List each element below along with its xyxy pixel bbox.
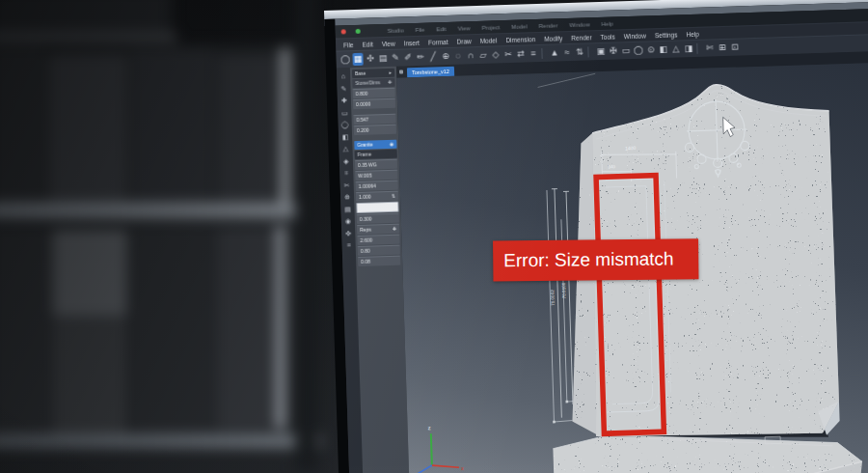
panel-row[interactable]: 0.35 WG	[355, 159, 397, 170]
error-banner[interactable]: Error: Size mismatch	[493, 238, 698, 281]
add-icon[interactable]: ✚	[341, 96, 347, 104]
menu-item[interactable]: Tools	[601, 33, 615, 40]
panel-row[interactable]: 2.600	[357, 235, 399, 245]
menu-item[interactable]: Edit	[362, 41, 372, 47]
stack-icon[interactable]: ≡	[346, 240, 350, 249]
home-icon[interactable]: ⌂	[341, 71, 346, 80]
gear-icon[interactable]: ✠	[608, 44, 618, 57]
menu-item[interactable]: Format	[428, 38, 448, 45]
titlebar-item[interactable]: Window	[569, 21, 590, 28]
terrain-icon[interactable]: ≈	[561, 46, 572, 59]
triangle-icon[interactable]: △	[343, 144, 349, 153]
trim-icon[interactable]: ✂	[344, 181, 350, 189]
eraser-icon[interactable]: ◨	[683, 42, 693, 55]
new-sheet-icon[interactable]: ▤	[377, 52, 388, 65]
menu-item[interactable]: Modify	[544, 35, 562, 42]
menu-item[interactable]: Render	[571, 34, 592, 42]
panel-row-label: 1.000	[359, 193, 371, 202]
panel-row[interactable]: 0.800	[353, 88, 395, 98]
menu-item[interactable]: Window	[624, 32, 646, 40]
circle-icon[interactable]: ◯	[341, 120, 349, 128]
menu-item[interactable]: File	[343, 42, 354, 48]
menu-item[interactable]: Model	[480, 37, 498, 44]
panel-row[interactable]: 1.00064	[356, 181, 398, 191]
target-icon[interactable]: ◉	[345, 216, 351, 225]
panel-row-aux-icon: ⇅	[392, 192, 395, 201]
panel-row[interactable]: Base ▸	[352, 69, 394, 78]
toolbar-icon[interactable]	[587, 46, 592, 57]
pyramid-icon[interactable]: △	[670, 42, 681, 55]
titlebar-item[interactable]: File	[416, 26, 425, 32]
cube-icon[interactable]: ◧	[658, 43, 668, 56]
panel-row[interactable]: 0.300	[357, 213, 399, 224]
panel-row[interactable]: Granite ◉	[354, 140, 396, 150]
axis-x-label: x	[461, 465, 464, 471]
titlebar-item[interactable]: View	[458, 25, 471, 31]
axis-icon[interactable]: ⊙	[645, 43, 656, 56]
panel-row[interactable]: 0.200	[354, 125, 396, 135]
pencil-icon[interactable]: ✎	[390, 52, 400, 65]
rectangle-icon[interactable]: ▭	[341, 108, 348, 117]
titlebar-item[interactable]: Help	[601, 20, 613, 26]
titlebar-item[interactable]: Studio	[388, 27, 404, 34]
panel-row-aux-icon: ▸	[389, 69, 392, 77]
polygon-tool-icon[interactable]: ◇	[490, 48, 501, 61]
sphere-icon[interactable]: ◯	[633, 44, 643, 57]
edit-icon[interactable]: ✎	[340, 84, 346, 93]
select-tool-icon[interactable]: ▦	[352, 53, 363, 66]
panel-row[interactable]: 0.80	[358, 245, 400, 256]
viewport-3d[interactable]: 70.0002 70.0100	[396, 61, 868, 473]
snap-point-icon[interactable]: ⊕	[344, 192, 350, 201]
menu-item[interactable]: Insert	[404, 39, 420, 46]
cut-icon[interactable]: ✄	[704, 42, 715, 54]
list-icon[interactable]: ▤	[344, 205, 351, 213]
tab-list-icon[interactable]	[399, 70, 403, 73]
panel-row-label: 0.35 WG	[358, 160, 377, 170]
close-window-icon[interactable]	[341, 29, 346, 34]
layers-icon[interactable]: ≡	[528, 47, 538, 60]
menu-item[interactable]: Settings	[655, 31, 678, 39]
magnifier-icon[interactable]: ⊡	[729, 41, 740, 53]
move-icon[interactable]: ✜	[345, 229, 351, 237]
panel-row[interactable]: Stone/Dims ✚	[352, 78, 394, 88]
titlebar-item[interactable]: Render	[538, 22, 557, 29]
titlebar-item[interactable]: Model	[511, 23, 528, 30]
menu-item[interactable]: Draw	[456, 38, 471, 44]
panel-row[interactable]: 0.08	[358, 256, 400, 266]
panel-row[interactable]: 1.000 ⇅	[356, 191, 398, 202]
toolbar-icon[interactable]	[541, 48, 546, 59]
pen-icon[interactable]: ✐	[402, 51, 413, 64]
walk-icon[interactable]: ▲	[549, 46, 559, 59]
settings-tool-icon[interactable]: ✣	[365, 52, 375, 65]
snap-icon[interactable]: ⊕	[440, 50, 450, 63]
brush-icon[interactable]: ✏	[415, 51, 425, 64]
panel-row[interactable]: Reps ✚	[357, 224, 399, 235]
menu-item[interactable]: Help	[686, 30, 699, 37]
panel-row[interactable]: W.005	[355, 170, 397, 181]
panel-row[interactable]	[356, 202, 398, 213]
half-block-icon[interactable]: ◧	[342, 132, 349, 141]
mirror-icon[interactable]: ⇄	[515, 47, 526, 60]
panel-row[interactable]: 0.547	[353, 114, 395, 125]
table-icon[interactable]: ⊞	[717, 42, 727, 54]
grid-icon[interactable]: ⌗	[344, 168, 348, 177]
panel-row-label: Frame	[358, 151, 372, 159]
menu-item[interactable]: Dimension	[505, 36, 535, 43]
menu-item[interactable]: View	[382, 40, 395, 46]
panel-row[interactable]: 0.0000	[353, 98, 395, 109]
image-panel-icon[interactable]: ▣	[595, 45, 606, 58]
titlebar-item[interactable]: Edit	[436, 26, 447, 32]
panel-row[interactable]: Frame	[355, 150, 397, 159]
comment-icon[interactable]: ▭	[620, 44, 631, 57]
zoom-tool-icon[interactable]: ◌	[452, 49, 463, 62]
swap-icon[interactable]: ⇅	[574, 46, 584, 59]
toolbar-icon[interactable]	[696, 43, 701, 54]
arc-tool-icon[interactable]: ∩	[465, 49, 475, 62]
scissors-icon[interactable]: ✂	[502, 48, 513, 61]
titlebar-item[interactable]: Project	[481, 24, 500, 31]
maximize-window-icon[interactable]	[356, 29, 361, 34]
line-tool-icon[interactable]: ╱	[427, 50, 438, 63]
diamond-icon[interactable]: ◈	[343, 156, 349, 165]
shape-tool-icon[interactable]: ▱	[477, 49, 488, 62]
circle-tool-icon[interactable]: ◯	[339, 53, 350, 66]
